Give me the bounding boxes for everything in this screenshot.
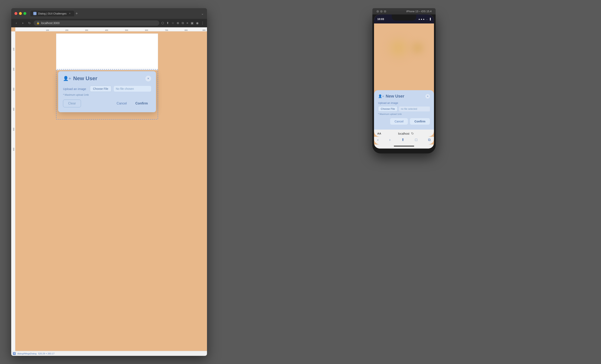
phone-aa-text[interactable]: AA (377, 132, 381, 135)
window-chevron-icon[interactable]: ⌄ (201, 12, 204, 16)
phone-url-text: localhost (398, 132, 409, 135)
ruler-mark-600: 600 (145, 29, 148, 31)
ruler-mark-700: 700 (165, 29, 168, 31)
file-chosen-display: No file chosen (114, 86, 151, 92)
phone-bg-blob (386, 36, 411, 60)
dialog-close-button[interactable]: × (145, 76, 151, 81)
phone-dialog: 👤+ New User × Upload an image Choose Fil… (374, 90, 434, 130)
phone-nav-bar: ‹ › ⬆ □ ⧉ (374, 137, 434, 144)
phone-tabs-button[interactable]: ⧉ (428, 138, 431, 142)
phone-upload-hint: * Maximum upload 1mb (378, 113, 430, 115)
refresh-button[interactable]: ↻ (27, 21, 32, 25)
phone-url-bar: AA localhost ↻ (374, 130, 434, 137)
phone-share-button[interactable]: ⬆ (401, 138, 404, 142)
file-upload-row: Upload an image Choose File No file chos… (63, 86, 151, 92)
phone-bg-blob2 (410, 40, 426, 56)
phone-confirm-button[interactable]: Confirm (410, 118, 430, 125)
traffic-lights (14, 12, 26, 15)
desktop-dialog: 👤+ New User × Upload an image Choose Fil… (58, 71, 156, 112)
phone-bookmarks-button[interactable]: □ (415, 138, 417, 142)
phone-notch (392, 14, 416, 20)
clear-button[interactable]: Clear (63, 100, 81, 107)
tab-favicon: ⬡ (33, 12, 37, 15)
phone-content: 👤+ New User × Upload an image Choose Fil… (374, 23, 434, 130)
tab-title: Dialog | GUI Challenges (38, 12, 67, 15)
page-canvas (56, 33, 158, 70)
phone-tl-red (376, 10, 379, 13)
phone-forward-button[interactable]: › (389, 138, 391, 142)
phone-file-row: Choose File no file selected (378, 106, 430, 111)
choose-file-button[interactable]: Choose File (90, 86, 111, 92)
phone-dialog-header: 👤+ New User × (378, 94, 430, 99)
ruler-mark-400: 400 (105, 29, 108, 31)
ruler-mark-500: 500 (125, 29, 128, 31)
phone-status-icons: ▲▲▲ ... ▐ (418, 18, 431, 20)
ruler-mark-v-300: 300 (13, 88, 15, 91)
ruler-mark-v-200: 200 (13, 68, 15, 71)
forward-button[interactable]: › (20, 21, 25, 25)
phone-frame: 10:03 ▲▲▲ ... ▐ 👤+ New User × (372, 14, 436, 153)
canvas-area: 👤+ New User × Upload an image Choose Fil… (15, 31, 207, 351)
user-add-icon: 👤+ (63, 76, 71, 81)
phone-section: iPhone 13 – iOS 15.4 10:03 ▲▲▲ ... ▐ (207, 0, 601, 364)
ruler-mark-v-500: 500 (13, 128, 15, 131)
traffic-light-green[interactable] (23, 12, 26, 15)
phone-time: 10:03 (377, 18, 384, 20)
phone-file-display: no file selected (399, 107, 430, 111)
phone-screen: 10:03 ▲▲▲ ... ▐ 👤+ New User × (374, 14, 434, 149)
lock-icon: 🔒 (37, 22, 40, 24)
new-tab-button[interactable]: + (75, 11, 78, 16)
cancel-button[interactable]: Cancel (113, 100, 130, 107)
phone-dialog-footer: Cancel Confirm (378, 118, 430, 125)
phone-cancel-button[interactable]: Cancel (390, 118, 408, 125)
dialog-title: New User (73, 75, 145, 82)
phone-back-button[interactable]: ‹ (377, 138, 379, 142)
monitor-icon[interactable]: ▣ (191, 21, 193, 25)
tab-close-button[interactable]: × (68, 12, 71, 15)
browser-tab-active[interactable]: ⬡ Dialog | GUI Challenges × (30, 10, 74, 16)
device-name: iPhone 13 – iOS 15.4 (406, 10, 431, 13)
phone-refresh-button[interactable]: ↻ (411, 131, 414, 135)
browser-nav-icons: ⬡ ⬆ ☆ ⊕ ⧉ ≡ ▣ ◉ ⋮ (161, 21, 204, 25)
phone-dialog-close-button[interactable]: × (425, 94, 430, 99)
phone-tl-green (384, 10, 386, 13)
browser-window: ⬡ Dialog | GUI Challenges × + ⌄ ‹ › ↻ 🔒 … (11, 8, 207, 356)
dialog-header: 👤+ New User × (63, 75, 151, 82)
ruler-mark-800: 800 (185, 29, 188, 31)
ruler-mark-300: 300 (85, 29, 88, 31)
bottom-bar: ⊞ dialog#MegaDialog 520.29 × 263.17 (11, 351, 207, 356)
browser-tab-bar: ⬡ Dialog | GUI Challenges × + (30, 10, 199, 16)
phone-user-add-icon: 👤+ (378, 94, 384, 98)
bookmark-icon[interactable]: ☆ (171, 21, 174, 25)
confirm-button[interactable]: Confirm (132, 100, 151, 107)
address-bar[interactable]: 🔒 localhost:3000 (34, 20, 159, 26)
wifi-icon: ▲▲▲ (418, 18, 425, 20)
phone-choose-file-button[interactable]: Choose File (378, 106, 398, 111)
ruler-mark-v-600: 600 (13, 148, 15, 151)
ruler-mark-v-100: 100 (13, 48, 15, 51)
extension-icon[interactable]: ⊕ (177, 21, 179, 25)
phone-titlebar: iPhone 13 – iOS 15.4 (372, 8, 436, 14)
dimensions-text: 520.29 × 263.17 (38, 352, 54, 355)
back-button[interactable]: ‹ (14, 21, 19, 25)
battery-icon: ▐ (429, 18, 431, 20)
browser-navbar: ‹ › ↻ 🔒 localhost:3000 ⬡ ⬆ ☆ ⊕ ⧉ ≡ ▣ ◉ ⋮ (11, 19, 207, 27)
traffic-light-red[interactable] (14, 12, 17, 15)
dialog-footer: Clear Cancel Confirm (63, 100, 151, 107)
ruler-mark-v-400: 400 (13, 108, 15, 111)
user-icon[interactable]: ◉ (196, 21, 199, 25)
traffic-light-yellow[interactable] (19, 12, 22, 15)
phone-home-area (374, 144, 434, 149)
share-icon[interactable]: ⬆ (166, 21, 169, 25)
list-icon[interactable]: ≡ (186, 21, 188, 25)
phone-upload-label: Upload an image (378, 101, 430, 104)
browser-titlebar: ⬡ Dialog | GUI Challenges × + ⌄ (11, 8, 207, 19)
ruler-vertical: 100 200 300 400 500 600 (11, 31, 15, 356)
selector-text: dialog#MegaDialog (17, 352, 37, 355)
external-link-icon[interactable]: ⬡ (161, 21, 164, 25)
puzzle-icon[interactable]: ⧉ (182, 21, 184, 25)
dialog-body: Upload an image Choose File No file chos… (63, 86, 151, 96)
more-icon[interactable]: ⋮ (201, 21, 204, 25)
phone-dialog-title: New User (386, 94, 425, 99)
phone-home-indicator (394, 146, 414, 146)
